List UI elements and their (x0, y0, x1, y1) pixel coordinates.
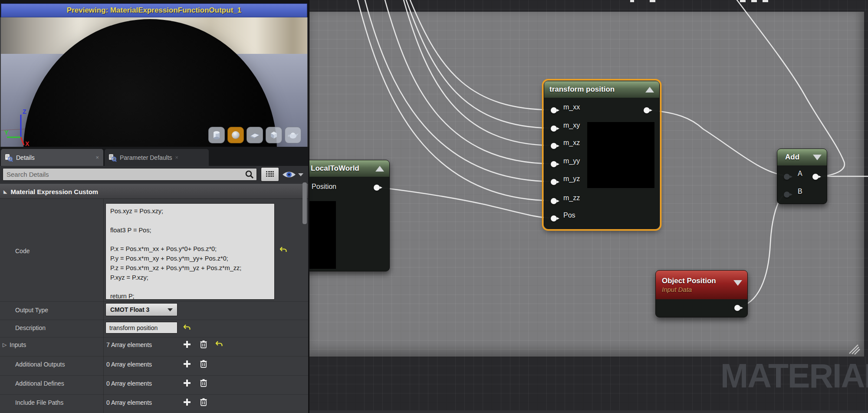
view-options-button[interactable] (282, 169, 306, 180)
eye-icon (282, 170, 296, 179)
collapse-down-icon[interactable] (733, 280, 742, 286)
include-file-paths-delete-button[interactable] (198, 396, 209, 408)
plus-icon (183, 379, 191, 387)
additional-outputs-label: Additional Outputs (15, 361, 65, 368)
tab-details[interactable]: i Details × (1, 149, 103, 166)
cube-icon (268, 129, 279, 141)
section-material-expression-custom[interactable]: ◣ Material Expression Custom (0, 184, 308, 199)
sphere-icon (230, 129, 241, 141)
pin-m_yz-input[interactable] (551, 179, 557, 185)
inputs-label: Inputs (10, 341, 26, 348)
search-details-field[interactable] (3, 168, 257, 181)
pin-a-input[interactable] (784, 174, 790, 180)
pin-m_yy-input[interactable] (551, 161, 557, 167)
output-type-label: Output Type (15, 307, 48, 314)
node-object-position-subtitle: Input Data (662, 286, 692, 293)
additional-outputs-add-button[interactable] (181, 358, 193, 370)
pin-add-output[interactable] (812, 174, 819, 180)
tab-parameter-defaults-label: Parameter Defaults (120, 154, 172, 161)
svg-text:i: i (10, 157, 10, 160)
pin-m_xx-label: m_xx (563, 103, 580, 111)
preview-viewport[interactable]: Z Y X (1, 17, 307, 147)
material-editor-window: Previewing: MaterialExpressionFunctionOu… (0, 0, 868, 413)
additional-outputs-delete-button[interactable] (198, 358, 209, 370)
plus-icon (183, 398, 191, 406)
code-label: Code (15, 248, 30, 254)
additional-defines-add-button[interactable] (181, 377, 193, 389)
inputs-reset-icon[interactable] (215, 340, 223, 348)
pin-b-label: B (798, 188, 802, 195)
inputs-value: 7 Array elements (106, 341, 152, 348)
wire-localtoworld-to-pos (377, 187, 553, 218)
details-tab-icon: i (4, 153, 13, 162)
details-properties: Code Pos.xyz = Pos.xzy; float3 P = Pos; … (0, 199, 308, 413)
pin-m_xy-label: m_xy (563, 122, 580, 129)
node-transform-position-preview (587, 122, 654, 188)
code-reset-icon[interactable] (279, 246, 287, 254)
wire-to-m_yy (385, 0, 553, 164)
column-divider[interactable] (103, 199, 104, 413)
description-reset-icon[interactable] (183, 324, 191, 331)
shape-sphere-button[interactable] (227, 127, 244, 143)
material-graph-canvas[interactable]: MATERIAL (309, 0, 868, 413)
collapse-up-icon[interactable] (375, 166, 384, 172)
axis-gizmo: Z Y X (3, 101, 51, 147)
pin-m_xy-input[interactable] (551, 126, 557, 132)
node-object-position-title: Object Position (662, 277, 716, 285)
inputs-expander-icon[interactable]: ▷ (3, 342, 7, 348)
description-field[interactable]: transform position (105, 322, 178, 334)
output-type-dropdown[interactable]: CMOT Float 3 (105, 303, 178, 316)
pin-m_xz-label: m_xz (563, 139, 580, 147)
pin-m_xz-input[interactable] (551, 143, 557, 149)
shape-teapot-button[interactable] (285, 127, 301, 143)
description-value: transform position (109, 324, 158, 331)
wire-transform-to-add-a (646, 110, 786, 176)
tab-parameter-defaults-close-icon[interactable]: × (175, 155, 179, 160)
pin-pos-input[interactable] (551, 215, 557, 221)
inputs-delete-button[interactable] (198, 339, 209, 350)
dropdown-caret-icon (168, 308, 173, 311)
code-textarea[interactable]: Pos.xyz = Pos.xzy; float3 P = Pos; P.x =… (105, 203, 275, 300)
node-localtoworld[interactable]: LocalToWorld Position (309, 160, 390, 271)
shape-cylinder-button[interactable] (208, 127, 225, 143)
panel-divider[interactable] (308, 0, 309, 413)
include-file-paths-label: Include File Paths (15, 399, 63, 406)
pin-position-label: Position (312, 183, 336, 191)
node-localtoworld-title: LocalToWorld (309, 164, 359, 173)
node-add[interactable]: Add A B (777, 149, 827, 204)
node-transform-position-header[interactable]: transform position (544, 81, 659, 98)
node-transform-position[interactable]: transform position m_xx m_xy m_xz m_yy m… (544, 81, 660, 229)
left-panel: Previewing: MaterialExpressionFunctionOu… (0, 0, 309, 413)
collapse-up-icon[interactable] (645, 87, 654, 93)
node-add-title-text: Add (785, 153, 799, 162)
section-collapse-icon[interactable]: ◣ (3, 189, 7, 195)
additional-defines-delete-button[interactable] (198, 377, 209, 389)
output-type-value: CMOT Float 3 (110, 306, 164, 313)
pin-b-input[interactable] (784, 192, 790, 198)
view-options-caret-icon (298, 173, 303, 176)
include-file-paths-add-button[interactable] (181, 396, 193, 408)
pin-m_xx-input[interactable] (551, 107, 557, 113)
property-matrix-button[interactable] (261, 167, 279, 182)
property-matrix-icon (265, 170, 275, 179)
tab-details-label: Details (16, 154, 92, 161)
node-object-position[interactable]: Object Position Input Data (655, 270, 748, 317)
collapse-down-icon[interactable] (813, 155, 822, 160)
details-scrollbar[interactable] (302, 182, 307, 224)
tab-details-close-icon[interactable]: × (95, 155, 99, 160)
shape-cube-button[interactable] (266, 127, 282, 143)
pin-position-output[interactable] (374, 185, 380, 191)
svg-text:i: i (113, 157, 114, 160)
pin-result-output[interactable] (644, 107, 650, 113)
wire-to-m_xz (404, 0, 553, 145)
pin-object-position-output[interactable] (734, 305, 740, 311)
inputs-add-button[interactable] (181, 339, 193, 350)
shape-plane-button[interactable] (247, 127, 263, 143)
pin-m_zz-input[interactable] (551, 198, 557, 204)
trash-icon (200, 340, 207, 349)
tab-parameter-defaults[interactable]: i Parameter Defaults × (105, 149, 209, 166)
teapot-icon (287, 129, 299, 141)
details-tabbar: i Details × i Parameter Defaults × (0, 147, 308, 166)
search-details-input[interactable] (3, 171, 244, 178)
preview-titlebar: Previewing: MaterialExpressionFunctionOu… (0, 0, 308, 17)
